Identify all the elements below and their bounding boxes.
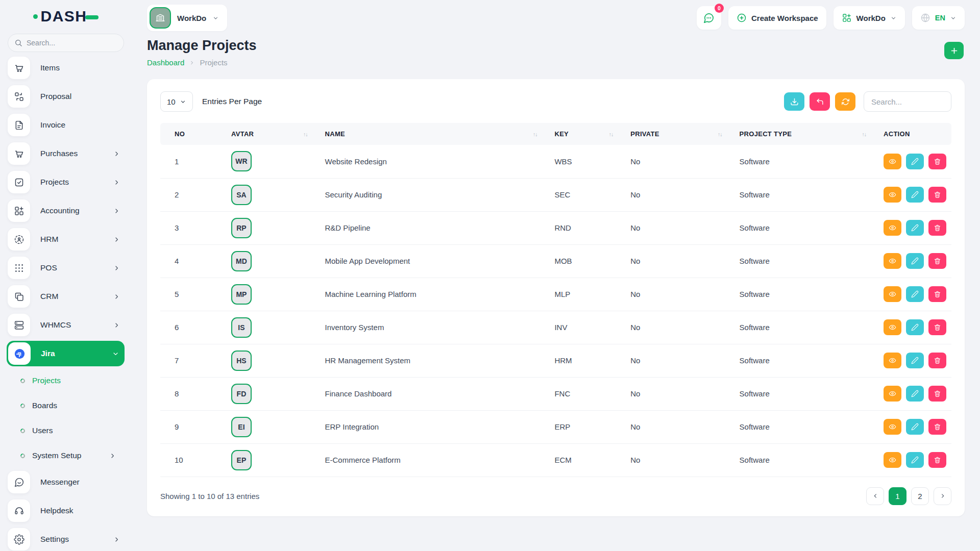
cell-key: FNC: [549, 377, 625, 410]
pagination: 12: [866, 487, 951, 505]
edit-button[interactable]: [906, 253, 924, 269]
edit-button[interactable]: [906, 220, 924, 236]
prev-page-button[interactable]: [866, 487, 884, 505]
view-button[interactable]: [884, 353, 901, 368]
sidebar-item-whmcs[interactable]: WHMCS: [8, 312, 126, 338]
table-body: 1 WR Website Redesign WBS No Software 2 …: [160, 145, 951, 477]
sidebar-item-projects[interactable]: Projects: [8, 169, 126, 195]
page-button-2[interactable]: 2: [911, 487, 929, 505]
sort-icon[interactable]: ↑↓: [533, 131, 537, 137]
messages-button[interactable]: 0: [697, 6, 721, 30]
view-button[interactable]: [884, 286, 901, 302]
trash-icon: [934, 423, 941, 431]
delete-button[interactable]: [928, 286, 946, 302]
sidebar-subitem-boards[interactable]: Boards: [8, 394, 126, 417]
column-header-avtar[interactable]: AVTAR↑↓: [226, 123, 320, 145]
workspace-pill[interactable]: WorkDo: [147, 5, 227, 31]
sort-icon[interactable]: ↑↓: [609, 131, 614, 137]
view-button[interactable]: [884, 154, 901, 169]
column-header-key[interactable]: KEY↑↓: [549, 123, 625, 145]
delete-button[interactable]: [928, 154, 946, 169]
edit-button[interactable]: [906, 353, 924, 368]
cell-private: No: [625, 410, 734, 443]
page-button-1[interactable]: 1: [889, 487, 906, 505]
entries-per-page-select[interactable]: 10: [160, 91, 193, 112]
sort-icon[interactable]: ↑↓: [303, 131, 308, 137]
sidebar-subitem-users[interactable]: Users: [8, 419, 126, 442]
sidebar-item-purchases[interactable]: Purchases: [8, 141, 126, 166]
pencil-icon: [911, 323, 919, 331]
delete-button[interactable]: [928, 319, 946, 335]
bullet-icon: [19, 428, 26, 434]
sidebar-subitem-projects[interactable]: Projects: [8, 369, 126, 392]
sidebar-item-items[interactable]: Items: [8, 55, 126, 81]
sidebar-item-messenger[interactable]: Messenger: [8, 469, 126, 495]
cell-name: ERP Integration: [320, 410, 550, 443]
delete-button[interactable]: [928, 220, 946, 236]
view-button[interactable]: [884, 319, 901, 335]
workspace-switcher[interactable]: WorkDo: [834, 6, 905, 30]
edit-button[interactable]: [906, 452, 924, 468]
row-actions: [884, 452, 946, 468]
refresh-button[interactable]: [835, 92, 855, 111]
sidebar-search-input[interactable]: [27, 39, 117, 47]
sidebar-item-helpdesk[interactable]: Helpdesk: [8, 498, 126, 523]
undo-button[interactable]: [810, 92, 830, 111]
sidebar-item-invoice[interactable]: Invoice: [8, 112, 126, 138]
sort-icon[interactable]: ↑↓: [862, 131, 867, 137]
sidebar-item-pos[interactable]: POS: [8, 255, 126, 281]
export-button[interactable]: [784, 92, 804, 111]
cell-key: RND: [549, 211, 625, 244]
edit-button[interactable]: [906, 154, 924, 169]
main-content: WorkDo 0 Create Workspace WorkDo: [132, 0, 980, 551]
edit-button[interactable]: [906, 419, 924, 435]
sidebar-item-proposal[interactable]: Proposal: [8, 84, 126, 109]
breadcrumb-dashboard-link[interactable]: Dashboard: [147, 58, 184, 67]
sidebar-subitem-system-setup[interactable]: System Setup: [8, 444, 126, 467]
cell-no: 8: [160, 377, 226, 410]
delete-button[interactable]: [928, 452, 946, 468]
view-button[interactable]: [884, 253, 901, 269]
edit-button[interactable]: [906, 187, 924, 203]
edit-button[interactable]: [906, 319, 924, 335]
edit-button[interactable]: [906, 386, 924, 402]
column-header-private[interactable]: PRIVATE↑↓: [625, 123, 734, 145]
brand-logo[interactable]: DASH: [0, 5, 132, 28]
delete-button[interactable]: [928, 353, 946, 368]
sort-icon[interactable]: ↑↓: [718, 131, 722, 137]
sidebar-item-accounting[interactable]: Accounting: [8, 198, 126, 223]
edit-button[interactable]: [906, 286, 924, 302]
cell-no: 9: [160, 410, 226, 443]
next-page-button[interactable]: [934, 487, 951, 505]
add-project-button[interactable]: [944, 42, 964, 59]
view-button[interactable]: [884, 187, 901, 203]
sidebar-item-jira[interactable]: Jira: [7, 341, 125, 366]
table-row: 2 SA Security Auditing SEC No Software: [160, 178, 951, 211]
gear-icon: [14, 534, 24, 545]
sidebar-item-settings[interactable]: Settings: [8, 527, 126, 551]
column-header-project-type[interactable]: PROJECT TYPE↑↓: [734, 123, 878, 145]
trash-icon: [934, 191, 941, 198]
cell-name: Finance Dashboard: [320, 377, 550, 410]
cell-private: No: [625, 145, 734, 178]
table-search-input[interactable]: [871, 97, 944, 106]
sidebar-item-hrm[interactable]: HRM: [8, 227, 126, 252]
eye-icon: [889, 456, 896, 464]
view-button[interactable]: [884, 386, 901, 402]
delete-button[interactable]: [928, 187, 946, 203]
globe-icon: [920, 13, 930, 23]
view-button[interactable]: [884, 452, 901, 468]
delete-button[interactable]: [928, 419, 946, 435]
language-selector[interactable]: EN: [912, 6, 965, 30]
view-button[interactable]: [884, 419, 901, 435]
delete-button[interactable]: [928, 253, 946, 269]
view-button[interactable]: [884, 220, 901, 236]
sidebar-item-crm[interactable]: CRM: [8, 284, 126, 309]
bullet-icon: [19, 403, 26, 409]
column-header-name[interactable]: NAME↑↓: [320, 123, 550, 145]
download-icon: [790, 97, 799, 106]
table-row: 4 MD Mobile App Development MOB No Softw…: [160, 244, 951, 278]
create-workspace-button[interactable]: Create Workspace: [728, 6, 826, 30]
delete-button[interactable]: [928, 386, 946, 402]
row-actions: [884, 187, 946, 203]
